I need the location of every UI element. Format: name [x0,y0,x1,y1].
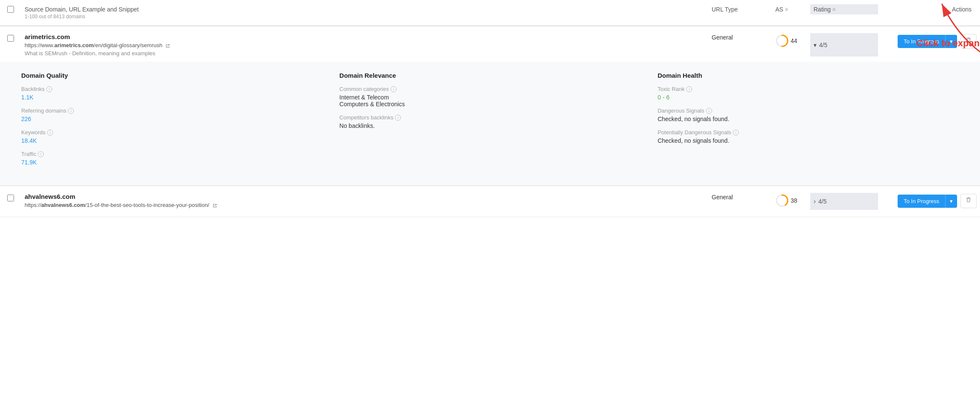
row1-urltype: General [708,33,772,41]
common-categories-label: Common categories i [339,86,640,92]
common-categories-item: Common categories i Internet & TelecomCo… [339,86,640,107]
backlinks-value: 1.1K [21,94,322,101]
external-link-icon[interactable] [165,43,170,48]
toxic-rank-value: 0 - 6 [658,94,959,101]
row2-checkbox[interactable] [7,195,14,201]
row2-domain-name: ahvalnews6.com [25,193,705,200]
row1-as-circle [775,34,789,48]
toxic-rank-item: Toxic Rank i 0 - 6 [658,86,959,101]
row1-snippet: What is SEMrush - Definition, meaning an… [25,50,705,57]
common-categories-value: Internet & TelecomComputers & Electronic… [339,94,640,107]
backlinks-info-icon[interactable]: i [46,86,52,92]
row2-btn-group: To In Progress ▾ [898,195,957,208]
row1-url-bold: arimetrics.com [54,42,94,48]
dangerous-signals-item: Dangerous Signals i Checked, no signals … [658,107,959,122]
row2-expand-chevron[interactable]: › [814,198,816,205]
row2-rating: 4/5 [818,198,826,205]
health-title: Domain Health [658,72,959,79]
row1-progress-dropdown[interactable]: ▾ [945,35,957,48]
row2-domain-url: https://ahvalnews6.com/15-of-the-best-se… [25,202,705,208]
row2-delete-button[interactable] [960,194,977,208]
table-row: arimetrics.com https://www.arimetrics.co… [0,26,980,186]
header-as-col: AS ≡ [772,4,810,14]
referring-domains-value: 226 [21,116,322,122]
row1-expand-chevron[interactable]: ▾ [814,42,817,48]
keywords-label: Keywords i [21,129,322,136]
delete-icon [965,37,972,44]
header-rating-label: Rating [814,6,831,13]
traffic-item: Traffic i 71.9K [21,151,322,166]
row2-as-score: 38 [791,197,797,204]
health-section: Domain Health Toxic Rank i 0 - 6 Dangero… [658,72,959,173]
toxic-rank-label: Toxic Rank i [658,86,959,92]
common-categories-info-icon[interactable]: i [391,86,397,92]
row1-rating-col: ▾ 4/5 [810,33,878,57]
select-all-checkbox[interactable] [7,6,14,13]
as-filter-icon[interactable]: ≡ [785,6,788,12]
header-checkbox-col [0,4,21,13]
row2-progress-dropdown[interactable]: ▾ [945,195,957,208]
potentially-dangerous-value: Checked, no signals found. [658,137,959,144]
row1-rating: 4/5 [819,42,827,48]
potentially-dangerous-info-icon[interactable]: i [733,130,739,136]
competitors-backlinks-label: Competitors backlinks i [339,114,640,121]
row2-as-col: 38 [772,193,810,207]
row2-checkbox-col [0,193,21,201]
header-as-label: AS [775,6,783,13]
toxic-rank-info-icon[interactable]: i [686,86,692,92]
header-domain-col: Source Domain, URL Example and Snippet 1… [21,4,708,21]
row2-progress-button[interactable]: To In Progress [898,195,945,208]
backlinks-item: Backlinks i 1.1K [21,86,322,101]
row1-domain-col: arimetrics.com https://www.arimetrics.co… [21,33,708,57]
backlinks-label: Backlinks i [21,86,322,92]
row1-checkbox[interactable] [7,35,14,42]
row1-domain-name: arimetrics.com [25,33,705,40]
quality-section: Domain Quality Backlinks i 1.1K Referrin… [21,72,322,173]
row1-expanded-details: Domain Quality Backlinks i 1.1K Referrin… [0,62,980,186]
header-rating-col: Rating ≡ [810,4,878,14]
table-row: ahvalnews6.com https://ahvalnews6.com/15… [0,186,980,217]
keywords-value: 18.4K [21,137,322,144]
row1-actions-col: To In Progress ▾ [878,33,980,48]
header-domain-title: Source Domain, URL Example and Snippet [25,6,705,13]
row2-rating-col: › 4/5 [810,193,878,210]
potentially-dangerous-item: Potentially Dangerous Signals i Checked,… [658,129,959,144]
dangerous-signals-info-icon[interactable]: i [706,108,712,114]
traffic-label: Traffic i [21,151,322,157]
delete-icon-row2 [965,197,972,204]
traffic-info-icon[interactable]: i [38,151,44,157]
relevance-section: Domain Relevance Common categories i Int… [339,72,640,173]
row1-as-col: 44 [772,33,810,48]
referring-domains-label: Referring domains i [21,107,322,114]
row1-domain-url: https://www.arimetrics.com/en/digital-gl… [25,42,705,48]
row1-progress-button[interactable]: To In Progress [898,35,945,48]
header-urltype-col: URL Type [708,4,772,14]
row1-btn-group: To In Progress ▾ [898,35,957,48]
dangerous-signals-value: Checked, no signals found. [658,116,959,122]
keywords-item: Keywords i 18.4K [21,129,322,144]
competitors-backlinks-info-icon[interactable]: i [395,115,401,121]
referring-domains-info-icon[interactable]: i [68,108,74,114]
expanded-grid: Domain Quality Backlinks i 1.1K Referrin… [21,72,959,173]
dangerous-signals-label: Dangerous Signals i [658,107,959,114]
row2-domain-col: ahvalnews6.com https://ahvalnews6.com/15… [21,193,708,210]
row1-checkbox-col [0,33,21,42]
header-domain-subtitle: 1-100 out of 8413 domains [25,14,705,20]
external-link-icon-row2[interactable] [212,203,217,208]
traffic-value: 71.9K [21,159,322,166]
row2-actions-col: To In Progress ▾ [878,193,980,208]
table-header: Source Domain, URL Example and Snippet 1… [0,0,980,26]
row2-url-bold: ahvalnews6.com [41,202,85,208]
potentially-dangerous-label: Potentially Dangerous Signals i [658,129,959,136]
competitors-backlinks-value: No backlinks. [339,122,640,129]
keywords-info-icon[interactable]: i [47,130,53,136]
row1-as-score: 44 [791,37,797,44]
row1-delete-button[interactable] [960,34,977,48]
relevance-title: Domain Relevance [339,72,640,79]
competitors-backlinks-item: Competitors backlinks i No backlinks. [339,114,640,129]
rating-filter-icon[interactable]: ≡ [832,6,835,12]
row2-as-circle [775,194,789,207]
referring-domains-item: Referring domains i 226 [21,107,322,122]
quality-title: Domain Quality [21,72,322,79]
row2-urltype: General [708,193,772,201]
